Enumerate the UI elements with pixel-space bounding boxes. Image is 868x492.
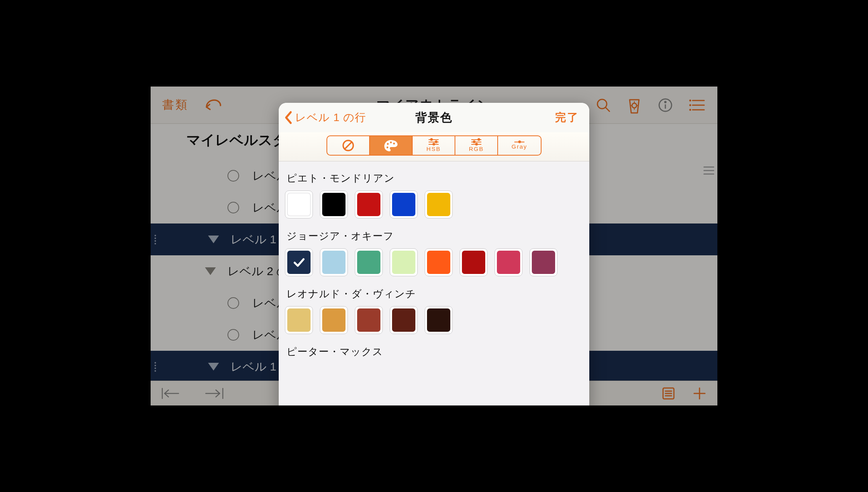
color-swatch[interactable]: [460, 248, 488, 276]
status-bullet-icon[interactable]: [227, 170, 239, 182]
palette-list: ピエト・モンドリアンジョージア・オキーフレオナルド・ダ・ヴィンチピーター・マック…: [279, 161, 589, 405]
segment-gray[interactable]: Gray: [498, 136, 541, 155]
color-swatch[interactable]: [425, 306, 453, 334]
color-swatch[interactable]: [390, 191, 418, 218]
no-color-icon: [342, 139, 355, 152]
color-mode-segmented: HSB RGB Gray: [279, 132, 589, 161]
disclosure-triangle-icon[interactable]: [205, 267, 216, 275]
palette-section-title: レオナルド・ダ・ヴィンチ: [286, 287, 582, 301]
color-swatch[interactable]: [285, 248, 313, 276]
note-icon[interactable]: [661, 386, 675, 400]
segment-palette[interactable]: [370, 136, 413, 155]
color-swatch[interactable]: [390, 248, 418, 276]
column-drag-handle-icon[interactable]: [700, 166, 717, 182]
app-stage: 書類 マイアウトライン: [151, 87, 717, 405]
segment-hsb-label: HSB: [427, 146, 441, 152]
svg-point-10: [390, 142, 392, 144]
color-swatch[interactable]: [320, 191, 348, 218]
svg-point-12: [387, 147, 389, 149]
svg-point-9: [387, 143, 389, 145]
add-icon[interactable]: [693, 386, 707, 400]
segment-rgb[interactable]: RGB: [455, 136, 498, 155]
chevron-left-icon: [284, 111, 293, 125]
color-swatch[interactable]: [285, 191, 313, 218]
color-swatch[interactable]: [355, 248, 383, 276]
color-swatch[interactable]: [390, 306, 418, 334]
segment-hsb[interactable]: HSB: [413, 136, 455, 155]
popover-header: レベル 1 の行 背景色 完了: [279, 103, 589, 132]
palette-icon: [384, 139, 398, 152]
color-swatch[interactable]: [285, 306, 313, 334]
svg-point-11: [393, 143, 395, 145]
sliders-icon: [471, 139, 481, 145]
disclosure-triangle-icon[interactable]: [208, 363, 219, 371]
row-drag-handle-icon[interactable]: [155, 362, 160, 372]
palette-section-title: ピエト・モンドリアン: [286, 172, 582, 185]
palette-section-title: ジョージア・オキーフ: [286, 229, 582, 243]
back-label: レベル 1 の行: [295, 110, 366, 125]
outdent-icon[interactable]: [161, 387, 184, 400]
status-bullet-icon[interactable]: [227, 202, 239, 213]
indent-icon[interactable]: [201, 387, 224, 400]
color-swatch[interactable]: [425, 248, 453, 276]
sliders-icon: [514, 142, 524, 142]
segment-none[interactable]: [327, 136, 370, 155]
row-drag-handle-icon[interactable]: [155, 235, 160, 244]
color-swatch[interactable]: [320, 248, 348, 276]
color-swatch[interactable]: [355, 191, 383, 218]
color-swatch[interactable]: [529, 248, 557, 276]
color-swatch[interactable]: [495, 248, 523, 276]
swatch-row: [285, 306, 583, 334]
popover-title: 背景色: [415, 110, 453, 126]
color-swatch[interactable]: [320, 306, 348, 334]
color-popover: レベル 1 の行 背景色 完了 HSB R: [279, 103, 589, 405]
back-button[interactable]: レベル 1 の行: [284, 103, 366, 132]
disclosure-triangle-icon[interactable]: [208, 236, 219, 243]
color-swatch[interactable]: [425, 191, 453, 218]
done-button[interactable]: 完了: [555, 103, 579, 132]
sliders-icon: [429, 139, 439, 145]
segment-rgb-label: RGB: [469, 146, 484, 152]
checkmark-icon: [292, 255, 306, 269]
status-bullet-icon[interactable]: [227, 329, 239, 341]
status-bullet-icon[interactable]: [227, 297, 239, 309]
color-swatch[interactable]: [355, 306, 383, 334]
swatch-row: [285, 248, 583, 276]
palette-section-title: ピーター・マックス: [286, 345, 582, 359]
segment-gray-label: Gray: [512, 144, 528, 149]
swatch-row: [285, 191, 583, 218]
